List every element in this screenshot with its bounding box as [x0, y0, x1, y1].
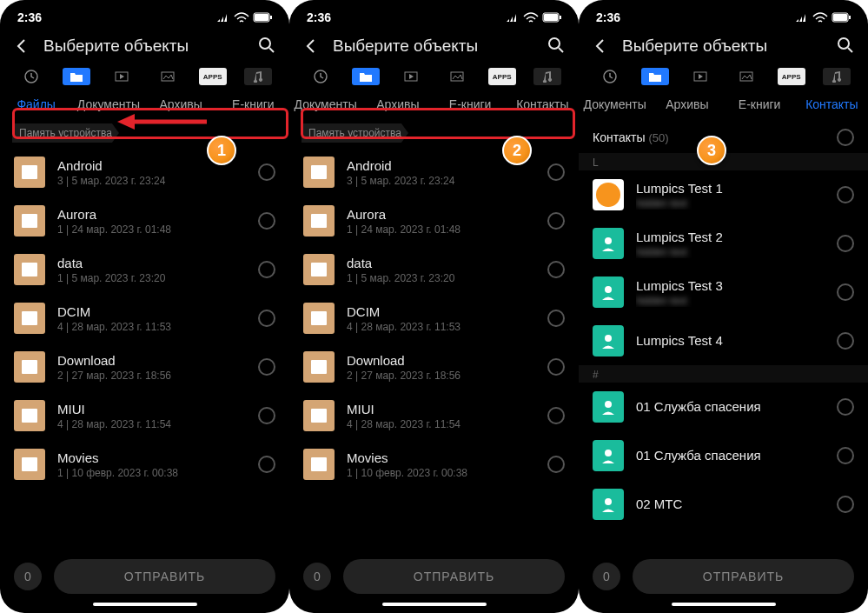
tab-ebooks[interactable]: Е-книги [217, 97, 289, 111]
select-radio[interactable] [837, 283, 854, 301]
list-item[interactable]: Aurora 1 | 24 мар. 2023 г. 01:48 [289, 197, 579, 245]
selection-count: 0 [14, 563, 42, 590]
select-radio[interactable] [547, 310, 565, 327]
contacts-header[interactable]: Контакты (50) [579, 122, 868, 153]
list-item[interactable]: Movies 1 | 10 февр. 2023 г. 00:38 [289, 440, 579, 489]
item-title: Aurora [347, 207, 547, 222]
list-item[interactable]: 01 Служба спасения [579, 431, 868, 480]
list-item[interactable]: DCIM 4 | 28 мар. 2023 г. 11:53 [289, 294, 579, 343]
send-button[interactable]: ОТПРАВИТЬ [54, 559, 275, 594]
tab-music-icon[interactable] [533, 68, 561, 85]
list-item[interactable]: Lumpics Test 1 hidden text [579, 170, 868, 219]
list-item[interactable]: 02 МТС [579, 480, 868, 529]
tab-apps-icon[interactable]: APPS [778, 68, 805, 85]
item-meta: 2 | 27 мар. 2023 г. 18:56 [347, 370, 547, 382]
send-button[interactable]: ОТПРАВИТЬ [633, 559, 854, 594]
home-indicator[interactable] [93, 603, 197, 606]
file-list: Android 3 | 5 мар. 2023 г. 23:24 Aurora … [289, 148, 579, 550]
select-radio[interactable] [837, 235, 854, 252]
svg-rect-8 [544, 14, 558, 21]
select-radio[interactable] [258, 407, 275, 424]
tab-image-icon[interactable] [154, 68, 182, 85]
select-radio[interactable] [837, 186, 854, 203]
tab-ebooks[interactable]: Е-книги [724, 97, 796, 111]
select-radio[interactable] [258, 212, 275, 230]
select-radio[interactable] [258, 358, 275, 376]
tab-archives[interactable]: Архивы [145, 97, 217, 111]
tab-files-icon[interactable] [63, 68, 90, 85]
tab-music-icon[interactable] [244, 68, 272, 85]
list-item[interactable]: Movies 1 | 10 февр. 2023 г. 00:38 [0, 440, 289, 489]
tab-documents[interactable]: Документы [289, 97, 361, 111]
tab-documents[interactable]: Документы [72, 97, 144, 111]
tab-recent-icon[interactable] [307, 68, 335, 85]
panel-1: 2:36 Выберите объекты APPS Фай [0, 0, 289, 613]
tab-video-icon[interactable] [686, 68, 714, 85]
home-indicator[interactable] [382, 603, 487, 606]
select-radio[interactable] [837, 447, 854, 464]
list-item[interactable]: Android 3 | 5 мар. 2023 г. 23:24 [0, 148, 289, 197]
select-radio[interactable] [258, 310, 275, 327]
tab-archives[interactable]: Архивы [651, 97, 723, 111]
select-radio[interactable] [547, 163, 565, 181]
svg-point-25 [605, 450, 612, 456]
select-radio[interactable] [547, 407, 565, 424]
select-radio[interactable] [547, 212, 565, 230]
tab-image-icon[interactable] [443, 68, 471, 85]
select-radio[interactable] [837, 332, 854, 350]
breadcrumb[interactable]: Память устройства [301, 123, 408, 143]
select-radio[interactable] [837, 398, 854, 416]
tab-image-icon[interactable] [732, 68, 760, 85]
select-all-radio[interactable] [837, 129, 854, 146]
tab-archives[interactable]: Архивы [361, 97, 434, 111]
back-icon[interactable] [301, 37, 321, 56]
search-icon[interactable] [547, 37, 567, 56]
select-radio[interactable] [258, 261, 275, 278]
tab-video-icon[interactable] [108, 68, 136, 85]
list-item[interactable]: Lumpics Test 3 hidden text [579, 268, 868, 316]
item-meta: 1 | 5 мар. 2023 г. 23:20 [57, 272, 258, 284]
tab-apps-icon[interactable]: APPS [488, 68, 516, 85]
tab-recent-icon[interactable] [17, 68, 45, 85]
section-count: (50) [648, 131, 668, 144]
back-icon[interactable] [591, 37, 610, 56]
list-item[interactable]: Lumpics Test 4 [579, 316, 868, 365]
section-title: Контакты [593, 130, 645, 144]
select-radio[interactable] [258, 456, 275, 473]
list-item[interactable]: MIUI 4 | 28 мар. 2023 г. 11:54 [289, 391, 579, 440]
select-radio[interactable] [547, 456, 565, 473]
search-icon[interactable] [258, 37, 277, 56]
tab-recent-icon[interactable] [596, 68, 624, 85]
list-item[interactable]: Android 3 | 5 мар. 2023 г. 23:24 [289, 148, 579, 197]
list-item[interactable]: Lumpics Test 2 hidden text [579, 219, 868, 268]
select-radio[interactable] [258, 163, 275, 181]
item-meta: 1 | 24 мар. 2023 г. 01:48 [347, 223, 547, 236]
tab-apps-icon[interactable]: APPS [199, 68, 227, 85]
tab-music-icon[interactable] [823, 68, 851, 85]
list-item[interactable]: data 1 | 5 мар. 2023 г. 23:20 [0, 245, 289, 294]
tab-documents[interactable]: Документы [579, 97, 651, 111]
tab-ebooks[interactable]: Е-книги [434, 97, 507, 111]
back-icon[interactable] [12, 37, 31, 56]
item-meta: 4 | 28 мар. 2023 г. 11:53 [57, 321, 258, 333]
tab-files-icon[interactable] [352, 68, 380, 85]
home-indicator[interactable] [672, 603, 776, 606]
breadcrumb[interactable]: Память устройства [12, 123, 119, 143]
select-radio[interactable] [837, 496, 854, 513]
search-icon[interactable] [837, 37, 856, 56]
tab-files-icon[interactable] [641, 68, 669, 85]
tab-video-icon[interactable] [397, 68, 425, 85]
send-button[interactable]: ОТПРАВИТЬ [343, 559, 565, 594]
list-item[interactable]: data 1 | 5 мар. 2023 г. 23:20 [289, 245, 579, 294]
tab-contacts[interactable]: Контакты [796, 97, 868, 111]
select-radio[interactable] [547, 358, 565, 376]
list-item[interactable]: Download 2 | 27 мар. 2023 г. 18:56 [0, 343, 289, 391]
list-item[interactable]: Aurora 1 | 24 мар. 2023 г. 01:48 [0, 197, 289, 245]
list-item[interactable]: DCIM 4 | 28 мар. 2023 г. 11:53 [0, 294, 289, 343]
tab-contacts[interactable]: Контакты [507, 97, 579, 111]
list-item[interactable]: 01 Служба спасения [579, 383, 868, 431]
select-radio[interactable] [547, 261, 565, 278]
list-item[interactable]: MIUI 4 | 28 мар. 2023 г. 11:54 [0, 391, 289, 440]
tab-files[interactable]: Файлы [0, 97, 72, 111]
list-item[interactable]: Download 2 | 27 мар. 2023 г. 18:56 [289, 343, 579, 391]
